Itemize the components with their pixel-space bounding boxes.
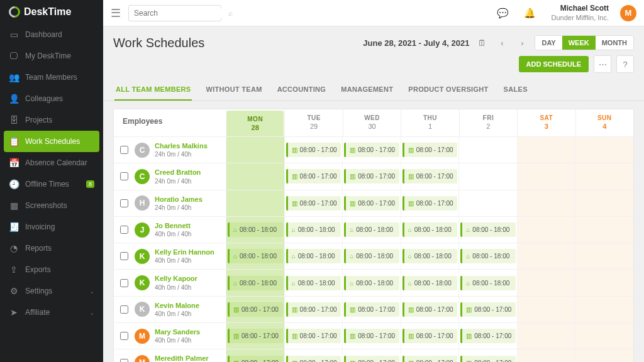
shift-block[interactable]: ▥08:00 - 17:00	[402, 356, 458, 362]
shift-block[interactable]: ⌂08:00 - 18:00	[402, 276, 458, 290]
shift-block[interactable]: ⌂08:00 - 18:00	[228, 222, 283, 237]
shift-block[interactable]: ⌂08:00 - 18:00	[402, 249, 458, 263]
employee-name[interactable]: Creed Bratton	[155, 168, 201, 177]
shift-block[interactable]: ▥08:00 - 17:00	[286, 196, 341, 211]
shift-block[interactable]: ▥08:00 - 17:00	[460, 329, 516, 343]
shift-block[interactable]: ▥08:00 - 17:00	[286, 329, 341, 343]
schedule-cell[interactable]: ▥08:00 - 17:00	[458, 323, 517, 349]
schedule-cell[interactable]: ▥08:00 - 17:00	[284, 190, 343, 216]
hamburger-icon[interactable]: ☰	[111, 6, 121, 20]
shift-block[interactable]: ▥08:00 - 17:00	[344, 302, 399, 317]
sidebar-item-affiliate[interactable]: ➤Affiliate⌄	[0, 302, 103, 323]
schedule-cell[interactable]: ▥08:00 - 17:00	[342, 190, 401, 216]
schedule-cell[interactable]	[575, 163, 633, 189]
shift-block[interactable]: ▥08:00 - 17:00	[228, 356, 283, 362]
schedule-cell[interactable]: ▥08:00 - 17:00	[342, 297, 401, 322]
schedule-cell[interactable]: ⌂08:00 - 18:00	[342, 270, 401, 295]
schedule-cell[interactable]: ⌂08:00 - 18:00	[458, 270, 517, 295]
shift-block[interactable]: ⌂08:00 - 18:00	[460, 276, 516, 290]
schedule-cell[interactable]: ▥08:00 - 17:00	[458, 297, 517, 322]
schedule-cell[interactable]: ▥08:00 - 17:00	[284, 349, 343, 362]
shift-block[interactable]: ⌂08:00 - 18:00	[460, 222, 516, 237]
schedule-cell[interactable]	[575, 217, 633, 243]
shift-block[interactable]: ▥08:00 - 17:00	[344, 143, 399, 157]
tab-management[interactable]: MANAGEMENT	[340, 79, 394, 101]
schedule-cell[interactable]: ⌂08:00 - 18:00	[458, 217, 517, 243]
sidebar-item-colleagues[interactable]: 👤Colleagues	[0, 88, 103, 109]
more-icon[interactable]: ⋯	[594, 55, 611, 73]
shift-block[interactable]: ⌂08:00 - 18:00	[344, 249, 399, 263]
shift-block[interactable]: ⌂08:00 - 18:00	[286, 276, 341, 290]
sidebar-item-offline-times[interactable]: 🕘Offline Times8	[0, 173, 103, 195]
schedule-cell[interactable]	[517, 190, 575, 216]
schedule-cell[interactable]: ⌂08:00 - 18:00	[401, 270, 459, 295]
employee-name[interactable]: Kevin Malone	[155, 301, 199, 310]
schedule-cell[interactable]	[575, 323, 633, 349]
schedule-cell[interactable]: ▥08:00 - 17:00	[401, 297, 459, 322]
shift-block[interactable]: ▥08:00 - 17:00	[344, 329, 399, 343]
shift-block[interactable]: ▥08:00 - 17:00	[460, 356, 516, 362]
shift-block[interactable]: ▥08:00 - 17:00	[344, 356, 399, 362]
row-checkbox[interactable]	[120, 252, 128, 260]
row-checkbox[interactable]	[120, 279, 128, 287]
user-block[interactable]: Michael Scott Dunder Mifflin, Inc.	[551, 4, 609, 23]
schedule-cell[interactable]: ▥08:00 - 17:00	[401, 163, 459, 189]
shift-block[interactable]: ▥08:00 - 17:00	[286, 143, 341, 157]
shift-block[interactable]: ▥08:00 - 17:00	[402, 302, 458, 317]
employee-name[interactable]: Mary Sanders	[155, 327, 200, 336]
shift-block[interactable]: ⌂08:00 - 18:00	[228, 249, 283, 263]
shift-block[interactable]: ⌂08:00 - 18:00	[286, 222, 341, 237]
shift-block[interactable]: ⌂08:00 - 18:00	[460, 249, 516, 263]
schedule-cell[interactable]	[458, 190, 517, 216]
sidebar-item-projects[interactable]: 🗄Projects	[0, 109, 103, 131]
shift-block[interactable]: ▥08:00 - 17:00	[402, 143, 458, 157]
schedule-cell[interactable]: ▥08:00 - 17:00	[458, 349, 517, 362]
view-day[interactable]: DAY	[535, 36, 562, 50]
schedule-cell[interactable]: ⌂08:00 - 18:00	[401, 243, 459, 269]
schedule-cell[interactable]	[575, 349, 633, 362]
schedule-cell[interactable]: ▥08:00 - 17:00	[284, 137, 343, 163]
schedule-cell[interactable]	[575, 270, 633, 295]
shift-block[interactable]: ▥08:00 - 17:00	[402, 329, 458, 343]
shift-block[interactable]: ▥08:00 - 17:00	[402, 169, 458, 184]
shift-block[interactable]: ⌂08:00 - 18:00	[344, 222, 399, 237]
tab-product-oversight[interactable]: PRODUCT OVERSIGHT	[407, 79, 489, 101]
employee-name[interactable]: Meredith Palmer	[155, 354, 209, 362]
schedule-cell[interactable]: ▥08:00 - 17:00	[401, 190, 459, 216]
help-icon[interactable]: ?	[616, 55, 634, 73]
employee-name[interactable]: Jo Bennett	[155, 221, 191, 230]
schedule-cell[interactable]: ▥08:00 - 17:00	[401, 349, 459, 362]
sidebar-item-reports[interactable]: ◔Reports	[0, 238, 103, 259]
shift-block[interactable]: ▥08:00 - 17:00	[286, 169, 341, 184]
shift-block[interactable]: ▥08:00 - 17:00	[344, 169, 399, 184]
sidebar-item-absence-calendar[interactable]: 📅Absence Calendar	[0, 152, 103, 173]
view-week[interactable]: WEEK	[562, 36, 596, 50]
row-checkbox[interactable]	[120, 359, 128, 362]
schedule-cell[interactable]: ▥08:00 - 17:00	[226, 349, 284, 362]
shift-block[interactable]: ▥08:00 - 17:00	[228, 302, 283, 317]
schedule-cell[interactable]: ⌂08:00 - 18:00	[284, 217, 343, 243]
schedule-cell[interactable]: ▥08:00 - 17:00	[342, 137, 401, 163]
tab-sales[interactable]: SALES	[502, 79, 529, 101]
schedule-cell[interactable]: ⌂08:00 - 18:00	[226, 243, 284, 269]
schedule-cell[interactable]	[458, 163, 517, 189]
row-checkbox[interactable]	[120, 332, 128, 340]
add-schedule-button[interactable]: ADD SCHEDULE	[519, 56, 589, 72]
shift-block[interactable]: ▥08:00 - 17:00	[460, 302, 516, 317]
schedule-cell[interactable]	[517, 137, 575, 163]
user-avatar[interactable]: M	[620, 5, 636, 21]
chat-icon[interactable]: 💬	[497, 8, 509, 19]
shift-block[interactable]: ⌂08:00 - 18:00	[344, 276, 399, 290]
schedule-cell[interactable]	[575, 243, 633, 269]
row-checkbox[interactable]	[120, 146, 128, 154]
schedule-cell[interactable]: ▥08:00 - 17:00	[226, 323, 284, 349]
tab-without-team[interactable]: WITHOUT TEAM	[204, 79, 263, 101]
shift-block[interactable]: ▥08:00 - 17:00	[344, 196, 399, 211]
schedule-cell[interactable]: ▥08:00 - 17:00	[342, 163, 401, 189]
shift-block[interactable]: ⌂08:00 - 18:00	[286, 249, 341, 263]
row-checkbox[interactable]	[120, 199, 128, 207]
schedule-cell[interactable]	[575, 137, 633, 163]
tab-accounting[interactable]: ACCOUNTING	[276, 79, 328, 101]
employee-name[interactable]: Kelly Erin Hannon	[155, 248, 214, 256]
schedule-cell[interactable]	[226, 190, 284, 216]
